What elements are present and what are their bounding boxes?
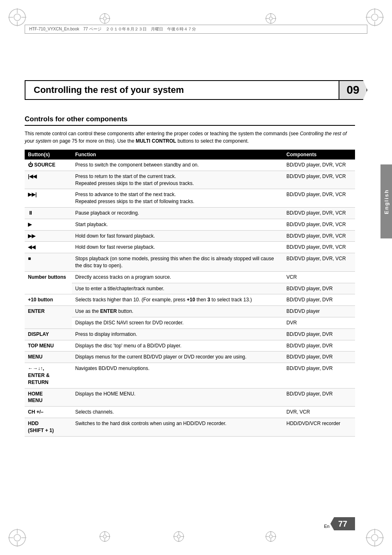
function-display: Press to display information. bbox=[72, 328, 283, 340]
button-prev-track: |◀◀ bbox=[25, 171, 72, 189]
language-label: English bbox=[383, 189, 390, 214]
components-enter-1: BD/DVD player bbox=[283, 306, 355, 317]
components-plus10: BD/DVD player, DVR bbox=[283, 294, 355, 306]
table-row: |◀◀ Press to return to the start of the … bbox=[25, 171, 355, 189]
corner-decoration-tr bbox=[365, 7, 385, 27]
reg-mark-bottom-mid-left bbox=[173, 530, 185, 543]
button-display: DISPLAY bbox=[25, 328, 72, 340]
table-row: Number buttons Directly access tracks on… bbox=[25, 271, 355, 283]
button-ch: CH +/– bbox=[25, 407, 72, 418]
components-rw: BD/DVD player, DVR, VCR bbox=[283, 242, 355, 253]
function-arrows: Navigates BD/DVD menu/options. bbox=[72, 363, 283, 388]
table-row: HOMEMENU Displays the HOME MENU. BD/DVD … bbox=[25, 388, 355, 407]
button-menu: MENU bbox=[25, 352, 72, 363]
function-menu: Displays menus for the current BD/DVD pl… bbox=[72, 352, 283, 363]
function-next-track: Press to advance to the start of the nex… bbox=[72, 189, 283, 208]
table-row: Use to enter a title/chapter/track numbe… bbox=[25, 283, 355, 294]
function-stop: Stops playback (on some models, pressing… bbox=[72, 253, 283, 272]
chapter-number: 09 bbox=[346, 83, 359, 97]
corner-decoration-br bbox=[365, 528, 385, 548]
controls-table: Button(s) Function Components ⏻ SOURCE P… bbox=[25, 150, 355, 437]
svg-point-7 bbox=[371, 14, 378, 21]
table-row: ▶▶ Hold down for fast forward playback. … bbox=[25, 230, 355, 242]
svg-point-19 bbox=[371, 534, 378, 541]
table-row: +10 button Selects tracks higher than 10… bbox=[25, 294, 355, 306]
col-header-function: Function bbox=[72, 150, 283, 160]
button-play: ▶ bbox=[25, 219, 72, 230]
svg-point-49 bbox=[269, 17, 272, 20]
page-number: 77 bbox=[338, 519, 347, 529]
button-pause: ⏸ bbox=[25, 207, 72, 219]
table-row: MENU Displays menus for the current BD/D… bbox=[25, 352, 355, 363]
button-rw: ◀◀ bbox=[25, 242, 72, 253]
button-hdd: HDD(SHIFT + 1) bbox=[25, 418, 72, 436]
reg-mark-top-mid-right bbox=[265, 12, 277, 25]
table-row: TOP MENU Displays the disc 'top' menu of… bbox=[25, 340, 355, 352]
file-info-bar: HTF-710_VYXCN_En.book 77 ページ ２０１０年８月２３日 … bbox=[25, 25, 367, 34]
table-row: ←→↓↑,ENTER &RETURN Navigates BD/DVD menu… bbox=[25, 363, 355, 388]
components-number-2: BD/DVD player, DVR bbox=[283, 283, 355, 294]
table-row: ▶▶| Press to advance to the start of the… bbox=[25, 189, 355, 208]
components-ff: BD/DVD player, DVR, VCR bbox=[283, 230, 355, 242]
language-side-tab: English bbox=[380, 164, 392, 238]
table-row: ◀◀ Hold down for fast reverse playback. … bbox=[25, 242, 355, 253]
reg-mark-top-mid-left bbox=[99, 12, 111, 25]
intro-paragraph: This remote control can control these co… bbox=[25, 130, 355, 145]
svg-point-43 bbox=[103, 17, 106, 20]
svg-point-31 bbox=[177, 535, 180, 538]
table-row: ■ Stops playback (on some models, pressi… bbox=[25, 253, 355, 272]
button-top-menu: TOP MENU bbox=[25, 340, 72, 352]
components-ch: DVR, VCR bbox=[283, 407, 355, 418]
button-home-menu: HOMEMENU bbox=[25, 388, 72, 407]
button-number: Number buttons bbox=[25, 271, 72, 294]
button-stop: ■ bbox=[25, 253, 72, 272]
function-enter-1: Use as the ENTER button. bbox=[72, 306, 283, 317]
button-ff: ▶▶ bbox=[25, 230, 72, 242]
table-row: ⏻ SOURCE Press to switch the component b… bbox=[25, 160, 355, 171]
components-enter-2: DVR bbox=[283, 317, 355, 328]
chapter-title: Controlling the rest of your system bbox=[34, 85, 184, 95]
reg-mark-bottom-mid-right bbox=[265, 530, 277, 543]
components-pause: BD/DVD player, DVR, VCR bbox=[283, 207, 355, 219]
components-source: BD/DVD player, DVR, VCR bbox=[283, 160, 355, 171]
table-row: DISPLAY Press to display information. BD… bbox=[25, 328, 355, 340]
components-prev-track: BD/DVD player, DVR, VCR bbox=[283, 171, 355, 189]
function-ch: Selects channels. bbox=[72, 407, 283, 418]
components-hdd: HDD/DVD/VCR recorder bbox=[283, 418, 355, 436]
corner-decoration-bl bbox=[7, 528, 27, 548]
components-display: BD/DVD player, DVR bbox=[283, 328, 355, 340]
chapter-title-box: Controlling the rest of your system bbox=[25, 80, 339, 100]
main-content: Controls for other components This remot… bbox=[25, 115, 355, 437]
page-number-box: 77 bbox=[330, 517, 355, 530]
function-enter-2: Displays the DISC NAVI screen for DVD re… bbox=[72, 317, 283, 328]
components-stop: BD/DVD player, DVR, VCR bbox=[283, 253, 355, 272]
button-source: ⏻ SOURCE bbox=[25, 160, 72, 171]
components-number-1: VCR bbox=[283, 271, 355, 283]
table-row: CH +/– Selects channels. DVR, VCR bbox=[25, 407, 355, 418]
button-next-track: ▶▶| bbox=[25, 189, 72, 208]
svg-point-1 bbox=[14, 14, 21, 21]
components-play: BD/DVD player, DVR, VCR bbox=[283, 219, 355, 230]
svg-point-37 bbox=[269, 535, 272, 538]
svg-point-25 bbox=[103, 535, 106, 538]
chapter-number-box: 09 bbox=[339, 80, 367, 100]
components-top-menu: BD/DVD player, DVR bbox=[283, 340, 355, 352]
corner-decoration-tl bbox=[7, 7, 27, 27]
reg-mark-bottom-left bbox=[99, 530, 111, 543]
button-plus10: +10 button bbox=[25, 294, 72, 306]
table-row: Displays the DISC NAVI screen for DVD re… bbox=[25, 317, 355, 328]
function-ff: Hold down for fast forward playback. bbox=[72, 230, 283, 242]
col-header-button: Button(s) bbox=[25, 150, 72, 160]
function-source: Press to switch the component between st… bbox=[72, 160, 283, 171]
function-plus10: Selects tracks higher than 10. (For exam… bbox=[72, 294, 283, 306]
function-home-menu: Displays the HOME MENU. bbox=[72, 388, 283, 407]
button-arrows: ←→↓↑,ENTER &RETURN bbox=[25, 363, 72, 388]
section-title: Controls for other components bbox=[25, 115, 355, 126]
function-pause: Pause playback or recording. bbox=[72, 207, 283, 219]
components-home-menu: BD/DVD player, DVR bbox=[283, 388, 355, 407]
table-row: HDD(SHIFT + 1) Switches to the hard disk… bbox=[25, 418, 355, 436]
function-play: Start playback. bbox=[72, 219, 283, 230]
table-row: ⏸ Pause playback or recording. BD/DVD pl… bbox=[25, 207, 355, 219]
components-menu: BD/DVD player, DVR bbox=[283, 352, 355, 363]
function-top-menu: Displays the disc 'top' menu of a BD/DVD… bbox=[72, 340, 283, 352]
